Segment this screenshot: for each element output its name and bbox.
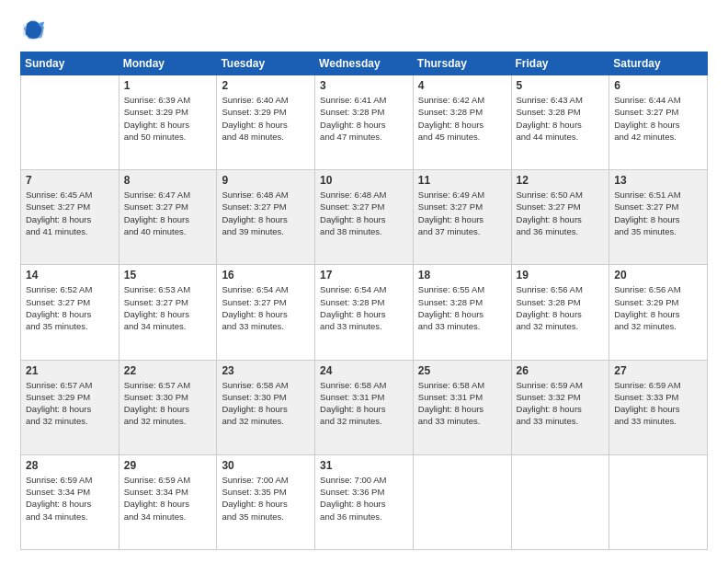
calendar-cell: 10Sunrise: 6:48 AM Sunset: 3:27 PM Dayli… bbox=[315, 170, 414, 265]
calendar-week-row: 14Sunrise: 6:52 AM Sunset: 3:27 PM Dayli… bbox=[21, 265, 708, 360]
day-number: 13 bbox=[614, 174, 702, 187]
calendar-week-row: 1Sunrise: 6:39 AM Sunset: 3:29 PM Daylig… bbox=[21, 75, 708, 170]
day-number: 30 bbox=[222, 459, 310, 472]
day-number: 25 bbox=[418, 364, 506, 377]
calendar-day-header: Sunday bbox=[21, 52, 119, 75]
day-number: 19 bbox=[517, 269, 605, 282]
calendar-cell: 5Sunrise: 6:43 AM Sunset: 3:28 PM Daylig… bbox=[511, 75, 609, 170]
calendar-cell: 2Sunrise: 6:40 AM Sunset: 3:29 PM Daylig… bbox=[217, 75, 315, 170]
header bbox=[20, 17, 708, 42]
calendar-day-header: Saturday bbox=[609, 52, 708, 75]
day-info: Sunrise: 6:48 AM Sunset: 3:27 PM Dayligh… bbox=[222, 189, 310, 237]
day-number: 28 bbox=[26, 459, 114, 472]
day-number: 12 bbox=[517, 174, 605, 187]
calendar-cell: 30Sunrise: 7:00 AM Sunset: 3:35 PM Dayli… bbox=[217, 454, 315, 549]
day-info: Sunrise: 6:58 AM Sunset: 3:30 PM Dayligh… bbox=[222, 379, 310, 428]
calendar-cell: 19Sunrise: 6:56 AM Sunset: 3:28 PM Dayli… bbox=[511, 265, 609, 360]
calendar-cell: 8Sunrise: 6:47 AM Sunset: 3:27 PM Daylig… bbox=[119, 170, 217, 265]
day-info: Sunrise: 6:39 AM Sunset: 3:29 PM Dayligh… bbox=[124, 94, 212, 143]
day-info: Sunrise: 6:59 AM Sunset: 3:33 PM Dayligh… bbox=[614, 379, 702, 428]
calendar-day-header: Friday bbox=[511, 52, 609, 75]
day-info: Sunrise: 6:47 AM Sunset: 3:27 PM Dayligh… bbox=[124, 189, 212, 237]
day-number: 14 bbox=[26, 269, 114, 282]
calendar-cell: 6Sunrise: 6:44 AM Sunset: 3:27 PM Daylig… bbox=[609, 75, 708, 170]
day-number: 6 bbox=[614, 79, 702, 92]
day-info: Sunrise: 6:57 AM Sunset: 3:29 PM Dayligh… bbox=[26, 379, 114, 428]
day-info: Sunrise: 6:59 AM Sunset: 3:34 PM Dayligh… bbox=[124, 474, 212, 523]
day-info: Sunrise: 7:00 AM Sunset: 3:36 PM Dayligh… bbox=[320, 474, 408, 523]
day-info: Sunrise: 6:41 AM Sunset: 3:28 PM Dayligh… bbox=[320, 94, 408, 143]
calendar-cell: 15Sunrise: 6:53 AM Sunset: 3:27 PM Dayli… bbox=[119, 265, 217, 360]
calendar-cell: 27Sunrise: 6:59 AM Sunset: 3:33 PM Dayli… bbox=[609, 360, 708, 454]
calendar-cell: 20Sunrise: 6:56 AM Sunset: 3:29 PM Dayli… bbox=[609, 265, 708, 360]
calendar-cell: 11Sunrise: 6:49 AM Sunset: 3:27 PM Dayli… bbox=[413, 170, 511, 265]
day-info: Sunrise: 6:40 AM Sunset: 3:29 PM Dayligh… bbox=[222, 94, 310, 143]
calendar-cell: 1Sunrise: 6:39 AM Sunset: 3:29 PM Daylig… bbox=[119, 75, 217, 170]
calendar-day-header: Tuesday bbox=[217, 52, 315, 75]
day-number: 20 bbox=[614, 269, 702, 282]
day-info: Sunrise: 6:54 AM Sunset: 3:27 PM Dayligh… bbox=[222, 283, 310, 332]
calendar-cell: 9Sunrise: 6:48 AM Sunset: 3:27 PM Daylig… bbox=[217, 170, 315, 265]
day-info: Sunrise: 6:56 AM Sunset: 3:29 PM Dayligh… bbox=[614, 283, 702, 332]
calendar-cell: 28Sunrise: 6:59 AM Sunset: 3:34 PM Dayli… bbox=[21, 454, 119, 549]
day-info: Sunrise: 6:42 AM Sunset: 3:28 PM Dayligh… bbox=[418, 94, 506, 143]
page: SundayMondayTuesdayWednesdayThursdayFrid… bbox=[0, 0, 728, 563]
day-info: Sunrise: 6:48 AM Sunset: 3:27 PM Dayligh… bbox=[320, 189, 408, 237]
day-number: 11 bbox=[418, 174, 506, 187]
day-info: Sunrise: 6:53 AM Sunset: 3:27 PM Dayligh… bbox=[124, 283, 212, 332]
day-number: 27 bbox=[614, 364, 702, 377]
day-number: 26 bbox=[517, 364, 605, 377]
day-number: 4 bbox=[418, 79, 506, 92]
calendar-cell: 13Sunrise: 6:51 AM Sunset: 3:27 PM Dayli… bbox=[609, 170, 708, 265]
calendar-day-header: Thursday bbox=[413, 52, 511, 75]
day-number: 29 bbox=[124, 459, 212, 472]
day-info: Sunrise: 6:52 AM Sunset: 3:27 PM Dayligh… bbox=[26, 283, 114, 332]
calendar-cell bbox=[609, 454, 708, 549]
day-info: Sunrise: 6:55 AM Sunset: 3:28 PM Dayligh… bbox=[418, 283, 506, 332]
day-number: 1 bbox=[124, 79, 212, 92]
calendar-cell: 29Sunrise: 6:59 AM Sunset: 3:34 PM Dayli… bbox=[119, 454, 217, 549]
day-number: 9 bbox=[222, 174, 310, 187]
day-number: 8 bbox=[124, 174, 212, 187]
calendar-cell: 24Sunrise: 6:58 AM Sunset: 3:31 PM Dayli… bbox=[315, 360, 414, 454]
calendar-cell: 21Sunrise: 6:57 AM Sunset: 3:29 PM Dayli… bbox=[21, 360, 119, 454]
day-number: 24 bbox=[320, 364, 408, 377]
calendar-day-header: Monday bbox=[119, 52, 217, 75]
day-number: 17 bbox=[320, 269, 408, 282]
day-number: 7 bbox=[26, 174, 114, 187]
calendar-week-row: 7Sunrise: 6:45 AM Sunset: 3:27 PM Daylig… bbox=[21, 170, 708, 265]
calendar-cell: 31Sunrise: 7:00 AM Sunset: 3:36 PM Dayli… bbox=[315, 454, 414, 549]
day-number: 22 bbox=[124, 364, 212, 377]
day-info: Sunrise: 6:56 AM Sunset: 3:28 PM Dayligh… bbox=[517, 283, 605, 332]
calendar-cell: 17Sunrise: 6:54 AM Sunset: 3:28 PM Dayli… bbox=[315, 265, 414, 360]
day-info: Sunrise: 6:45 AM Sunset: 3:27 PM Dayligh… bbox=[26, 189, 114, 237]
day-info: Sunrise: 6:49 AM Sunset: 3:27 PM Dayligh… bbox=[418, 189, 506, 237]
day-info: Sunrise: 6:58 AM Sunset: 3:31 PM Dayligh… bbox=[418, 379, 506, 428]
day-number: 16 bbox=[222, 269, 310, 282]
day-info: Sunrise: 6:59 AM Sunset: 3:32 PM Dayligh… bbox=[517, 379, 605, 428]
day-number: 3 bbox=[320, 79, 408, 92]
logo-icon bbox=[20, 17, 46, 42]
calendar-cell: 3Sunrise: 6:41 AM Sunset: 3:28 PM Daylig… bbox=[315, 75, 414, 170]
calendar-cell bbox=[511, 454, 609, 549]
day-number: 21 bbox=[26, 364, 114, 377]
calendar-header-row: SundayMondayTuesdayWednesdayThursdayFrid… bbox=[21, 52, 708, 75]
calendar-cell: 7Sunrise: 6:45 AM Sunset: 3:27 PM Daylig… bbox=[21, 170, 119, 265]
day-number: 18 bbox=[418, 269, 506, 282]
calendar-week-row: 21Sunrise: 6:57 AM Sunset: 3:29 PM Dayli… bbox=[21, 360, 708, 454]
day-info: Sunrise: 7:00 AM Sunset: 3:35 PM Dayligh… bbox=[222, 474, 310, 523]
day-number: 23 bbox=[222, 364, 310, 377]
day-info: Sunrise: 6:44 AM Sunset: 3:27 PM Dayligh… bbox=[614, 94, 702, 143]
day-number: 10 bbox=[320, 174, 408, 187]
day-info: Sunrise: 6:43 AM Sunset: 3:28 PM Dayligh… bbox=[517, 94, 605, 143]
logo bbox=[20, 17, 50, 42]
calendar-week-row: 28Sunrise: 6:59 AM Sunset: 3:34 PM Dayli… bbox=[21, 454, 708, 549]
day-info: Sunrise: 6:50 AM Sunset: 3:27 PM Dayligh… bbox=[517, 189, 605, 237]
calendar-table: SundayMondayTuesdayWednesdayThursdayFrid… bbox=[20, 52, 708, 550]
day-info: Sunrise: 6:54 AM Sunset: 3:28 PM Dayligh… bbox=[320, 283, 408, 332]
calendar-cell: 22Sunrise: 6:57 AM Sunset: 3:30 PM Dayli… bbox=[119, 360, 217, 454]
calendar-cell: 23Sunrise: 6:58 AM Sunset: 3:30 PM Dayli… bbox=[217, 360, 315, 454]
day-number: 2 bbox=[222, 79, 310, 92]
calendar-day-header: Wednesday bbox=[315, 52, 414, 75]
day-info: Sunrise: 6:58 AM Sunset: 3:31 PM Dayligh… bbox=[320, 379, 408, 428]
